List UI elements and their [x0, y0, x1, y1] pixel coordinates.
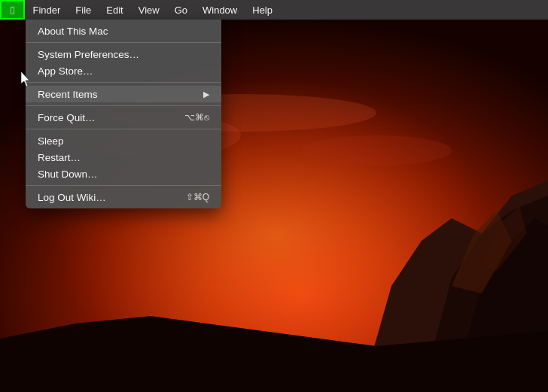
menubar-window[interactable]: Window [195, 0, 245, 20]
menubar:  Finder File Edit View Go Window Help [0, 0, 548, 20]
menu-item-restart[interactable]: Restart… [26, 149, 221, 166]
apple-menu-button[interactable]:  [0, 0, 25, 20]
menubar-finder[interactable]: Finder [25, 0, 68, 20]
menu-item-shutdown[interactable]: Shut Down… [26, 166, 221, 182]
svg-marker-11 [21, 71, 29, 87]
menu-item-system-prefs[interactable]: System Preferences… [26, 46, 221, 62]
menubar-file[interactable]: File [68, 0, 99, 20]
menu-item-recent-items[interactable]: Recent Items ▶ [26, 86, 221, 102]
menu-item-sleep[interactable]: Sleep [26, 132, 221, 149]
submenu-arrow-icon: ▶ [203, 90, 209, 99]
menu-item-logout[interactable]: Log Out Wiki… ⇧⌘Q [26, 189, 221, 205]
menu-separator-3 [26, 105, 221, 106]
menu-item-force-quit[interactable]: Force Quit… ⌥⌘⎋ [26, 109, 221, 126]
menu-item-app-store[interactable]: App Store… [26, 62, 221, 79]
apple-logo-icon:  [11, 4, 14, 17]
menu-separator-1 [26, 42, 221, 43]
menu-separator-2 [26, 82, 221, 83]
svg-point-4 [301, 135, 452, 166]
menubar-view[interactable]: View [131, 0, 167, 20]
menubar-go[interactable]: Go [167, 0, 195, 20]
menubar-help[interactable]: Help [245, 0, 280, 20]
menu-separator-5 [26, 185, 221, 186]
mouse-cursor [21, 71, 33, 87]
menu-separator-4 [26, 129, 221, 129]
menu-item-about[interactable]: About This Mac [26, 23, 221, 39]
apple-dropdown-menu: About This Mac System Preferences… App S… [26, 20, 221, 208]
menubar-edit[interactable]: Edit [99, 0, 130, 20]
